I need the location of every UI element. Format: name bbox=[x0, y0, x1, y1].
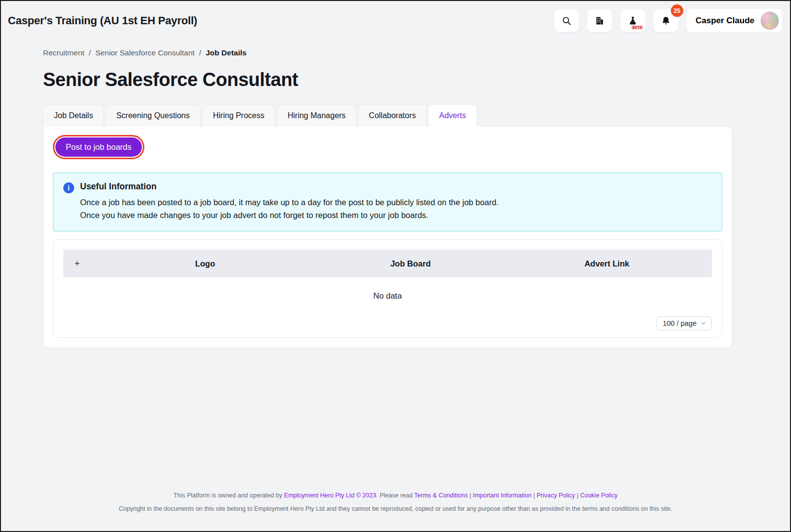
breadcrumb-separator: / bbox=[199, 48, 201, 57]
highlight-ring: Post to job boards bbox=[53, 135, 144, 159]
column-header-job-board: Job Board bbox=[319, 259, 502, 268]
footer-separator: | bbox=[531, 492, 536, 499]
column-header-advert-link: Advert Link bbox=[502, 259, 712, 268]
building-icon bbox=[595, 16, 605, 26]
page-title: Senior Salesforce Consultant bbox=[43, 69, 732, 90]
search-icon bbox=[562, 16, 571, 26]
tab-hiring-process[interactable]: Hiring Process bbox=[202, 104, 275, 127]
privacy-policy-link[interactable]: Privacy Policy bbox=[536, 492, 575, 499]
empty-state-text: No data bbox=[63, 277, 712, 316]
page-size-value: 100 / page bbox=[662, 319, 697, 327]
expand-all-control[interactable]: + bbox=[63, 258, 91, 269]
breadcrumb-job[interactable]: Senior Salesforce Consultant bbox=[95, 48, 195, 57]
tab-job-details[interactable]: Job Details bbox=[43, 104, 104, 127]
top-bar: Casper's Training (AU 1st EH Payroll) BE… bbox=[1, 1, 790, 33]
chevron-down-icon bbox=[701, 321, 706, 326]
user-name: Casper Claude bbox=[696, 16, 754, 26]
beta-badge: BETA bbox=[631, 25, 643, 30]
info-line-2: Once you have made changes to your job a… bbox=[80, 209, 499, 222]
footer-separator: | bbox=[575, 492, 580, 499]
breadcrumb: Recruitment / Senior Salesforce Consulta… bbox=[43, 48, 732, 57]
footer-prefix: This Platform is owned and operated by bbox=[174, 492, 284, 499]
tab-bar: Job Details Screening Questions Hiring P… bbox=[43, 104, 732, 126]
beta-features-button[interactable]: BETA bbox=[620, 9, 645, 32]
tab-collaborators[interactable]: Collaborators bbox=[358, 104, 427, 127]
tab-hiring-managers[interactable]: Hiring Managers bbox=[277, 104, 356, 127]
info-icon: i bbox=[63, 182, 74, 193]
page-size-select[interactable]: 100 / page bbox=[657, 316, 712, 330]
table-header-row: + Logo Job Board Advert Link bbox=[63, 250, 712, 277]
footer: This Platform is owned and operated by E… bbox=[1, 492, 790, 512]
adverts-panel: Post to job boards i Useful Information … bbox=[43, 126, 732, 348]
footer-separator: | bbox=[468, 492, 473, 499]
breadcrumb-separator: / bbox=[89, 48, 91, 57]
info-line-1: Once a job has been posted to a job boar… bbox=[80, 196, 499, 209]
adverts-table-card: + Logo Job Board Advert Link No data 100… bbox=[53, 239, 722, 338]
organisation-button[interactable] bbox=[587, 9, 612, 32]
cookie-policy-link[interactable]: Cookie Policy bbox=[580, 492, 617, 499]
flask-icon bbox=[628, 16, 638, 26]
app-window: Casper's Training (AU 1st EH Payroll) BE… bbox=[0, 0, 791, 532]
main-content: Recruitment / Senior Salesforce Consulta… bbox=[1, 48, 790, 348]
user-avatar bbox=[760, 11, 779, 30]
post-to-job-boards-button[interactable]: Post to job boards bbox=[55, 137, 142, 157]
column-header-logo: Logo bbox=[91, 259, 319, 268]
tab-adverts[interactable]: Adverts bbox=[428, 104, 477, 127]
search-button[interactable] bbox=[554, 9, 579, 32]
employment-hero-link[interactable]: Employment Hero Pty Ltd © 2023 bbox=[284, 492, 376, 499]
notification-count-badge: 25 bbox=[671, 4, 683, 17]
footer-line-2: Copyright in the documents on this site … bbox=[1, 505, 790, 512]
important-information-link[interactable]: Important Information bbox=[473, 492, 531, 499]
top-bar-actions: BETA 25 Casper Claude bbox=[554, 9, 782, 33]
info-alert: i Useful Information Once a job has been… bbox=[53, 173, 722, 231]
breadcrumb-current: Job Details bbox=[206, 48, 247, 57]
bell-icon bbox=[661, 16, 671, 26]
tab-screening-questions[interactable]: Screening Questions bbox=[105, 104, 201, 127]
user-menu[interactable]: Casper Claude bbox=[687, 9, 782, 33]
notifications-button[interactable]: 25 bbox=[654, 9, 678, 32]
info-title: Useful Information bbox=[80, 181, 499, 192]
terms-and-conditions-link[interactable]: Terms & Conditions bbox=[414, 492, 468, 499]
org-title: Casper's Training (AU 1st EH Payroll) bbox=[8, 14, 197, 27]
footer-line-1: This Platform is owned and operated by E… bbox=[1, 492, 790, 499]
footer-middle: . Please read bbox=[376, 492, 414, 499]
pagination: 100 / page bbox=[63, 316, 712, 330]
breadcrumb-recruitment[interactable]: Recruitment bbox=[43, 48, 85, 57]
info-content: Useful Information Once a job has been p… bbox=[80, 181, 499, 222]
